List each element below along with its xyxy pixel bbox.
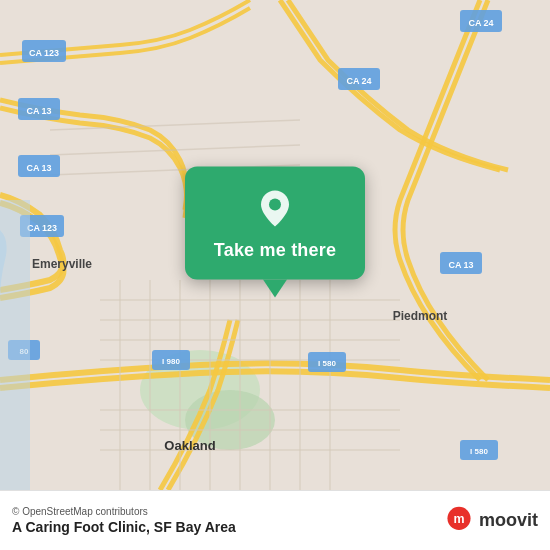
svg-text:m: m [453, 511, 464, 525]
popup-card: Take me there [185, 166, 365, 279]
svg-text:CA 13: CA 13 [26, 163, 51, 173]
svg-text:Oakland: Oakland [164, 438, 215, 453]
map-pin-icon [251, 184, 299, 232]
svg-text:CA 24: CA 24 [346, 76, 371, 86]
place-name: A Caring Foot Clinic, SF Bay Area [12, 519, 443, 535]
popup-overlay: Take me there [185, 166, 365, 297]
take-me-there-button[interactable]: Take me there [214, 240, 336, 261]
moovit-logo: m moovit [443, 505, 538, 537]
svg-text:CA 24: CA 24 [468, 18, 493, 28]
moovit-brand-icon: m [443, 505, 475, 537]
svg-text:Piedmont: Piedmont [393, 309, 448, 323]
moovit-text: moovit [479, 510, 538, 531]
attribution-text: © OpenStreetMap contributors [12, 506, 443, 517]
svg-text:CA 13: CA 13 [26, 106, 51, 116]
svg-text:I 980: I 980 [162, 357, 180, 366]
svg-text:CA 13: CA 13 [448, 260, 473, 270]
svg-text:I 580: I 580 [318, 359, 336, 368]
popup-needle [263, 279, 287, 297]
svg-text:CA 123: CA 123 [29, 48, 59, 58]
svg-text:I 580: I 580 [470, 447, 488, 456]
svg-rect-47 [0, 200, 30, 490]
bottom-left: © OpenStreetMap contributors A Caring Fo… [12, 506, 443, 535]
svg-point-48 [269, 198, 281, 210]
map-container: CA 123 CA 13 CA 13 CA 123 CA 24 CA 24 CA… [0, 0, 550, 490]
svg-text:CA 123: CA 123 [27, 223, 57, 233]
svg-text:Emeryville: Emeryville [32, 257, 92, 271]
bottom-bar: © OpenStreetMap contributors A Caring Fo… [0, 490, 550, 550]
